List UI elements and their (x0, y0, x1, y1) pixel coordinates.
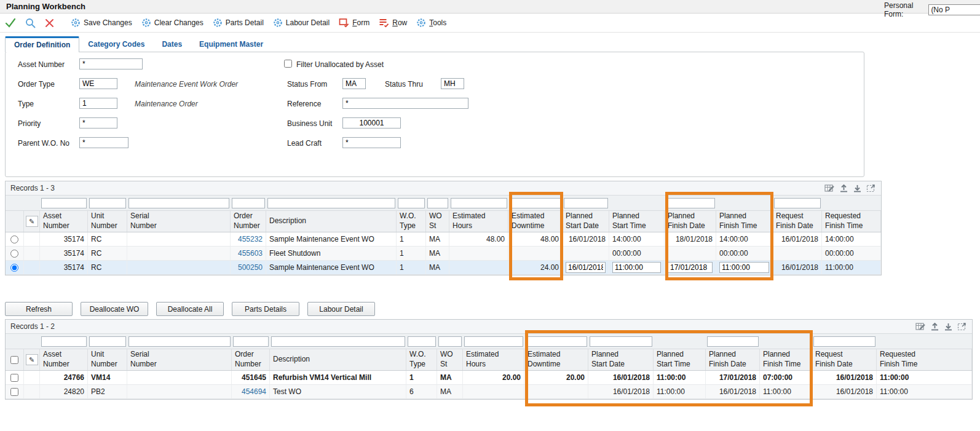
filter-input-unit[interactable] (89, 198, 126, 208)
column-header-unit[interactable]: Unit Number (88, 211, 127, 232)
column-header-wotype[interactable]: W.O. Type (397, 211, 426, 232)
customize-grid-icon[interactable] (824, 184, 835, 193)
save-changes-button[interactable]: Save Changes (71, 18, 132, 28)
column-header-order[interactable]: Order Number (231, 211, 266, 232)
status-thru-input[interactable] (441, 78, 464, 89)
row-select-radio[interactable] (10, 250, 18, 258)
filter-input-unit[interactable] (89, 336, 126, 347)
filter-input-psdate[interactable] (564, 198, 608, 208)
column-header-pstime[interactable]: Planned Start Time (654, 349, 706, 370)
column-header-pfdate[interactable]: Planned Finish Date (665, 211, 716, 232)
column-header-pftime[interactable]: Planned Finish Time (716, 211, 773, 232)
customize-grid-icon[interactable] (915, 322, 926, 331)
labour-detail-button[interactable]: Labour Detail (273, 18, 330, 28)
column-header-esthrs[interactable]: Estimated Hours (449, 211, 508, 232)
row-select-checkbox[interactable] (10, 388, 18, 396)
row-menu[interactable]: Row (379, 18, 407, 28)
column-header-desc[interactable]: Description (266, 211, 397, 232)
filter-input-estdwn[interactable] (526, 336, 587, 347)
deallocate-all-button[interactable]: Deallocate All (156, 302, 224, 316)
filter-input-wost[interactable] (427, 198, 448, 208)
filter-input-wotype[interactable] (408, 336, 436, 347)
column-header-desc[interactable]: Description (270, 349, 406, 370)
filter-input-desc[interactable] (271, 336, 405, 347)
ok-button[interactable] (5, 18, 16, 28)
filter-input-order[interactable] (232, 198, 265, 208)
export-down-icon[interactable] (853, 184, 862, 193)
order-number-link[interactable]: 500250 (238, 263, 263, 272)
column-header-asset[interactable]: Asset Number (40, 211, 88, 232)
column-header-wotype[interactable]: W.O. Type (406, 349, 437, 370)
column-header-psdate[interactable]: Planned Start Date (563, 211, 609, 232)
filter-input-order[interactable] (233, 336, 269, 347)
pstime-input[interactable] (612, 262, 661, 273)
order-number-link[interactable]: 454694 (242, 387, 266, 396)
filter-input-rqdate[interactable] (813, 336, 875, 347)
filter-input-wotype[interactable] (398, 198, 425, 208)
business-unit-input[interactable] (342, 117, 401, 129)
filter-input-asset[interactable] (41, 198, 87, 208)
export-down-icon[interactable] (944, 322, 953, 331)
order-number-link[interactable]: 455232 (238, 235, 263, 243)
column-header-rqtime[interactable]: Requested Finish Time (877, 349, 972, 370)
labour-detail-button[interactable]: Labour Detail (307, 302, 375, 316)
column-header-asset[interactable]: Asset Number (40, 349, 88, 370)
filter-input-wost[interactable] (438, 336, 462, 347)
refresh-button[interactable]: Refresh (5, 302, 73, 316)
form-menu[interactable]: Form (339, 18, 369, 28)
column-header-order[interactable]: Order Number (232, 349, 270, 370)
filter-input-pfdate[interactable] (707, 336, 759, 347)
filter-input-esthrs[interactable] (451, 198, 507, 208)
deallocate-wo-button[interactable]: Deallocate WO (81, 302, 148, 316)
row-select-radio[interactable] (10, 264, 18, 272)
column-header-unit[interactable]: Unit Number (88, 349, 127, 370)
column-header-estdwn[interactable]: Estimated Downtime (508, 211, 563, 232)
filter-input-serial[interactable] (128, 336, 231, 347)
parts-details-button[interactable]: Parts Details (232, 302, 299, 316)
psdate-input[interactable] (566, 262, 606, 273)
status-from-input[interactable] (342, 78, 366, 89)
export-up-icon[interactable] (930, 322, 939, 331)
filter-input-psdate[interactable] (590, 336, 652, 347)
export-up-icon[interactable] (839, 184, 848, 193)
column-header-serial[interactable]: Serial Number (127, 349, 232, 370)
tab-order-definition[interactable]: Order Definition (5, 36, 79, 52)
filter-unallocated-checkbox[interactable] (284, 60, 292, 68)
column-header-rqdate[interactable]: Request Finish Date (773, 211, 822, 232)
tools-menu[interactable]: Tools (416, 18, 446, 28)
column-header-psdate[interactable]: Planned Start Date (588, 349, 654, 370)
column-header-estdwn[interactable]: Estimated Downtime (524, 349, 588, 370)
column-header-wost[interactable]: WO St (426, 211, 449, 232)
order-number-link[interactable]: 455603 (238, 249, 263, 258)
reference-input[interactable] (342, 98, 468, 109)
filter-input-estdwn[interactable] (510, 198, 561, 208)
filter-input-rqdate[interactable] (774, 198, 821, 208)
tab-dates[interactable]: Dates (153, 36, 191, 52)
tab-equipment-master[interactable]: Equipment Master (191, 36, 272, 52)
expand-grid-icon[interactable] (957, 322, 967, 331)
expand-grid-icon[interactable] (866, 184, 876, 193)
column-header-rqdate[interactable]: Request Finish Date (812, 349, 877, 370)
column-header-pfdate[interactable]: Planned Finish Date (706, 349, 760, 370)
filter-input-desc[interactable] (267, 198, 395, 208)
filter-input-pfdate[interactable] (666, 198, 715, 208)
close-button[interactable] (45, 18, 54, 28)
filter-input-serial[interactable] (128, 198, 229, 208)
column-header-wost[interactable]: WO St (437, 349, 463, 370)
find-button[interactable] (25, 18, 36, 28)
lead-craft-input[interactable] (342, 137, 401, 148)
column-header-serial[interactable]: Serial Number (127, 211, 231, 232)
pftime-input[interactable] (719, 262, 769, 273)
parts-detail-button[interactable]: Parts Detail (213, 18, 264, 28)
personal-form-select[interactable]: (No P (928, 4, 980, 15)
clear-changes-button[interactable]: Clear Changes (141, 18, 204, 28)
select-all-checkbox[interactable] (10, 356, 18, 364)
tab-category-codes[interactable]: Category Codes (79, 36, 153, 52)
row-select-radio[interactable] (10, 235, 18, 243)
row-select-checkbox[interactable] (10, 374, 18, 382)
column-header-pftime[interactable]: Planned Finish Time (760, 349, 812, 370)
filter-input-asset[interactable] (41, 336, 87, 347)
pfdate-input[interactable] (668, 262, 713, 273)
filter-input-esthrs[interactable] (464, 336, 523, 347)
column-header-pstime[interactable]: Planned Start Time (609, 211, 665, 232)
